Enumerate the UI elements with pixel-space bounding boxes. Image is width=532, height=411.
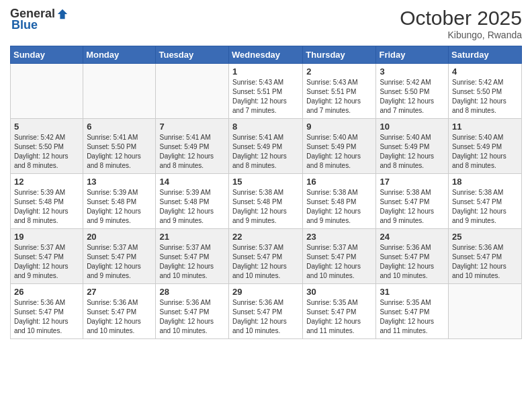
day-info: Sunrise: 5:42 AM Sunset: 5:50 PM Dayligh… — [452, 78, 518, 116]
calendar-cell: 12Sunrise: 5:39 AM Sunset: 5:48 PM Dayli… — [11, 174, 83, 229]
calendar-cell: 22Sunrise: 5:37 AM Sunset: 5:47 PM Dayli… — [229, 229, 303, 284]
day-number: 11 — [452, 122, 518, 132]
calendar-table: Sunday Monday Tuesday Wednesday Thursday… — [10, 46, 522, 339]
calendar-cell: 2Sunrise: 5:43 AM Sunset: 5:51 PM Daylig… — [303, 64, 376, 119]
day-info: Sunrise: 5:35 AM Sunset: 5:47 PM Dayligh… — [380, 298, 445, 336]
day-number: 12 — [14, 177, 79, 187]
calendar-cell: 21Sunrise: 5:37 AM Sunset: 5:47 PM Dayli… — [156, 229, 229, 284]
calendar-header-row: Sunday Monday Tuesday Wednesday Thursday… — [11, 46, 522, 64]
day-info: Sunrise: 5:36 AM Sunset: 5:47 PM Dayligh… — [87, 298, 152, 336]
day-number: 8 — [232, 122, 299, 132]
day-info: Sunrise: 5:36 AM Sunset: 5:47 PM Dayligh… — [159, 298, 225, 336]
day-info: Sunrise: 5:38 AM Sunset: 5:48 PM Dayligh… — [306, 188, 372, 226]
day-number: 26 — [14, 287, 79, 297]
day-info: Sunrise: 5:36 AM Sunset: 5:47 PM Dayligh… — [452, 243, 518, 281]
day-info: Sunrise: 5:42 AM Sunset: 5:50 PM Dayligh… — [380, 78, 445, 116]
day-info: Sunrise: 5:42 AM Sunset: 5:50 PM Dayligh… — [14, 133, 79, 171]
day-number: 27 — [87, 287, 152, 297]
day-number: 7 — [159, 122, 225, 132]
calendar-cell — [11, 64, 83, 119]
calendar-cell: 26Sunrise: 5:36 AM Sunset: 5:47 PM Dayli… — [11, 284, 83, 339]
day-info: Sunrise: 5:41 AM Sunset: 5:49 PM Dayligh… — [159, 133, 225, 171]
day-number: 2 — [306, 66, 372, 77]
calendar-cell: 9Sunrise: 5:40 AM Sunset: 5:49 PM Daylig… — [303, 119, 376, 174]
day-number: 20 — [87, 232, 152, 242]
calendar-cell: 30Sunrise: 5:35 AM Sunset: 5:47 PM Dayli… — [303, 284, 376, 339]
day-info: Sunrise: 5:38 AM Sunset: 5:48 PM Dayligh… — [232, 188, 299, 226]
calendar-cell: 3Sunrise: 5:42 AM Sunset: 5:50 PM Daylig… — [376, 64, 449, 119]
calendar-week-row: 5Sunrise: 5:42 AM Sunset: 5:50 PM Daylig… — [11, 119, 522, 174]
title-section: October 2025 Kibungo, Rwanda — [400, 7, 522, 40]
day-number: 4 — [452, 66, 518, 77]
day-number: 5 — [14, 122, 79, 132]
day-number: 1 — [232, 66, 299, 77]
calendar-cell: 4Sunrise: 5:42 AM Sunset: 5:50 PM Daylig… — [449, 64, 522, 119]
day-number: 19 — [14, 232, 79, 242]
calendar-cell — [156, 64, 229, 119]
calendar-cell: 19Sunrise: 5:37 AM Sunset: 5:47 PM Dayli… — [11, 229, 83, 284]
calendar-cell — [449, 284, 522, 339]
calendar-cell: 24Sunrise: 5:36 AM Sunset: 5:47 PM Dayli… — [376, 229, 449, 284]
day-number: 14 — [159, 177, 225, 187]
day-info: Sunrise: 5:37 AM Sunset: 5:47 PM Dayligh… — [159, 243, 225, 281]
calendar-cell: 15Sunrise: 5:38 AM Sunset: 5:48 PM Dayli… — [229, 174, 303, 229]
day-info: Sunrise: 5:37 AM Sunset: 5:47 PM Dayligh… — [306, 243, 372, 281]
page: General Blue October 2025 Kibungo, Rwand… — [0, 0, 532, 349]
calendar-cell: 29Sunrise: 5:36 AM Sunset: 5:47 PM Dayli… — [229, 284, 303, 339]
day-info: Sunrise: 5:40 AM Sunset: 5:49 PM Dayligh… — [380, 133, 445, 171]
calendar-cell: 11Sunrise: 5:40 AM Sunset: 5:49 PM Dayli… — [449, 119, 522, 174]
calendar-week-row: 1Sunrise: 5:43 AM Sunset: 5:51 PM Daylig… — [11, 64, 522, 119]
month-year: October 2025 — [400, 7, 522, 30]
day-number: 3 — [380, 66, 445, 77]
day-info: Sunrise: 5:38 AM Sunset: 5:47 PM Dayligh… — [380, 188, 445, 226]
day-info: Sunrise: 5:41 AM Sunset: 5:49 PM Dayligh… — [232, 133, 299, 171]
day-number: 6 — [87, 122, 152, 132]
calendar-week-row: 19Sunrise: 5:37 AM Sunset: 5:47 PM Dayli… — [11, 229, 522, 284]
day-number: 28 — [159, 287, 225, 297]
day-number: 30 — [306, 287, 372, 297]
day-number: 31 — [380, 287, 445, 297]
logo-icon — [56, 8, 69, 20]
calendar-cell: 7Sunrise: 5:41 AM Sunset: 5:49 PM Daylig… — [156, 119, 229, 174]
day-info: Sunrise: 5:39 AM Sunset: 5:48 PM Dayligh… — [159, 188, 225, 226]
day-info: Sunrise: 5:40 AM Sunset: 5:49 PM Dayligh… — [306, 133, 372, 171]
logo: General Blue — [10, 7, 69, 32]
day-number: 17 — [380, 177, 445, 187]
day-info: Sunrise: 5:41 AM Sunset: 5:50 PM Dayligh… — [87, 133, 152, 171]
calendar-cell: 14Sunrise: 5:39 AM Sunset: 5:48 PM Dayli… — [156, 174, 229, 229]
location: Kibungo, Rwanda — [400, 30, 522, 40]
calendar-cell: 17Sunrise: 5:38 AM Sunset: 5:47 PM Dayli… — [376, 174, 449, 229]
calendar-cell: 31Sunrise: 5:35 AM Sunset: 5:47 PM Dayli… — [376, 284, 449, 339]
day-number: 16 — [306, 177, 372, 187]
day-info: Sunrise: 5:40 AM Sunset: 5:49 PM Dayligh… — [452, 133, 518, 171]
calendar-cell: 23Sunrise: 5:37 AM Sunset: 5:47 PM Dayli… — [303, 229, 376, 284]
calendar-cell: 10Sunrise: 5:40 AM Sunset: 5:49 PM Dayli… — [376, 119, 449, 174]
day-number: 18 — [452, 177, 518, 187]
col-saturday: Saturday — [449, 46, 522, 64]
day-number: 15 — [232, 177, 299, 187]
day-info: Sunrise: 5:38 AM Sunset: 5:47 PM Dayligh… — [452, 188, 518, 226]
col-sunday: Sunday — [11, 46, 83, 64]
day-number: 13 — [87, 177, 152, 187]
day-info: Sunrise: 5:39 AM Sunset: 5:48 PM Dayligh… — [87, 188, 152, 226]
calendar-cell: 25Sunrise: 5:36 AM Sunset: 5:47 PM Dayli… — [449, 229, 522, 284]
calendar-cell: 5Sunrise: 5:42 AM Sunset: 5:50 PM Daylig… — [11, 119, 83, 174]
col-wednesday: Wednesday — [229, 46, 303, 64]
col-monday: Monday — [83, 46, 156, 64]
calendar-cell: 6Sunrise: 5:41 AM Sunset: 5:50 PM Daylig… — [83, 119, 156, 174]
day-number: 24 — [380, 232, 445, 242]
day-info: Sunrise: 5:43 AM Sunset: 5:51 PM Dayligh… — [232, 78, 299, 116]
calendar-cell: 13Sunrise: 5:39 AM Sunset: 5:48 PM Dayli… — [83, 174, 156, 229]
calendar-cell: 16Sunrise: 5:38 AM Sunset: 5:48 PM Dayli… — [303, 174, 376, 229]
calendar-cell: 18Sunrise: 5:38 AM Sunset: 5:47 PM Dayli… — [449, 174, 522, 229]
col-friday: Friday — [376, 46, 449, 64]
day-info: Sunrise: 5:36 AM Sunset: 5:47 PM Dayligh… — [232, 298, 299, 336]
day-number: 10 — [380, 122, 445, 132]
calendar-cell — [83, 64, 156, 119]
calendar-week-row: 26Sunrise: 5:36 AM Sunset: 5:47 PM Dayli… — [11, 284, 522, 339]
day-info: Sunrise: 5:36 AM Sunset: 5:47 PM Dayligh… — [380, 243, 445, 281]
day-info: Sunrise: 5:37 AM Sunset: 5:47 PM Dayligh… — [14, 243, 79, 281]
calendar-cell: 1Sunrise: 5:43 AM Sunset: 5:51 PM Daylig… — [229, 64, 303, 119]
col-tuesday: Tuesday — [156, 46, 229, 64]
calendar-cell: 27Sunrise: 5:36 AM Sunset: 5:47 PM Dayli… — [83, 284, 156, 339]
